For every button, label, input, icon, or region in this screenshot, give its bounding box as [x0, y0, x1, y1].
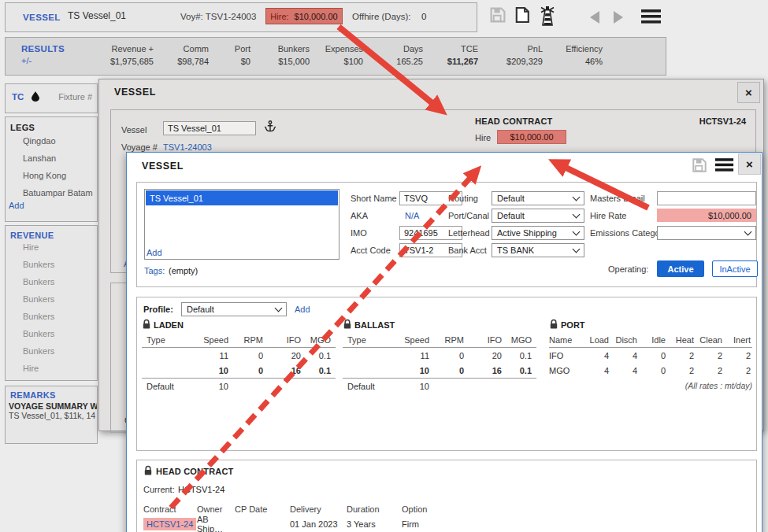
head-contract-title: HEAD CONTRACT: [475, 116, 553, 126]
legs-add-link[interactable]: Add: [9, 201, 24, 210]
aka-label: AKA: [351, 211, 368, 220]
tc-tab[interactable]: TC: [12, 92, 24, 102]
table-row[interactable]: 110200.1: [343, 348, 536, 363]
revenue-item[interactable]: Bunkers: [23, 294, 54, 304]
table-row[interactable]: 110200.1: [142, 348, 336, 363]
lock-icon: [143, 465, 153, 476]
chevron-down-icon: [744, 228, 752, 236]
operating-active-button[interactable]: Active: [657, 260, 704, 277]
revenue-item[interactable]: Bunkers: [23, 312, 54, 321]
table-row[interactable]: HCTSV1-24 AB Ship… 01 Jan 2023 3 Years F…: [143, 516, 584, 532]
remarks-line2: TS Vessel_01, $11k, 14 da: [9, 411, 98, 420]
toolbar-hire-value: $10,000.00: [295, 12, 338, 21]
bank-acct-select[interactable]: TS BANK: [492, 243, 584, 257]
dialog1-title: VESSEL: [114, 87, 156, 98]
port-canal-label: Port/Canal: [448, 211, 489, 220]
laden-title: LADEN: [154, 320, 184, 330]
save-icon[interactable]: [691, 157, 708, 174]
laden-table[interactable]: TypeSpeedRPMIFOMGO 110200.1 100160.1 Def…: [142, 332, 336, 393]
emissions-category-label: Emissions Category: [590, 228, 667, 238]
revenue-item[interactable]: Bunkers: [23, 346, 54, 356]
ballast-table[interactable]: TypeSpeedRPMIFOMGO 110200.1 100160.1 Def…: [343, 332, 536, 393]
table-row[interactable]: 100160.1: [142, 363, 336, 378]
table-row[interactable]: Default10: [343, 378, 536, 393]
head-contract-panel: HEAD CONTRACT Current: HCTSV1-24 Contrac…: [136, 460, 757, 532]
toolbar-offhire-label: Offhire (Days):: [352, 12, 411, 21]
lighthouse-icon[interactable]: [536, 2, 559, 28]
results-columns: Revenue +$1,975,685 Comm$98,784 Port$0 B…: [76, 44, 659, 66]
imo-label: IMO: [351, 228, 367, 238]
revenue-item[interactable]: Hire: [23, 364, 39, 373]
new-document-icon[interactable]: [513, 6, 532, 24]
current-contract-label: Current:: [143, 485, 175, 494]
table-row[interactable]: IFO440222: [549, 348, 752, 363]
close-icon[interactable]: ×: [738, 153, 761, 175]
results-col-expenses: Expenses$100: [310, 44, 363, 66]
results-col-port: Port$0: [209, 44, 250, 66]
table-header-row: NameLoadDischIdleHeatCleanInert: [549, 332, 752, 348]
menu-icon[interactable]: [714, 157, 734, 172]
toolbar-hire-highlight[interactable]: Hire: $10,000.00: [265, 8, 343, 24]
vessel-list-item-selected[interactable]: TS Vessel_01: [146, 190, 338, 205]
table-row[interactable]: Default10: [142, 378, 336, 393]
droplet-icon: [32, 91, 39, 102]
lock-icon: [343, 319, 352, 330]
contract-ref-highlight[interactable]: HCTSV1-24: [143, 518, 196, 530]
head-contract-section-title: HEAD CONTRACT: [156, 467, 234, 476]
remarks-panel: REMARKS VOYAGE SUMMARY WHE TS Vessel_01,…: [5, 386, 98, 444]
anchor-icon[interactable]: [264, 120, 276, 133]
fixture-label: Fixture #: [58, 92, 92, 102]
masters-email-input[interactable]: [657, 191, 756, 205]
leg-item[interactable]: Hong Kong: [23, 171, 66, 180]
hire-rate-highlight[interactable]: $10,000.00: [657, 209, 756, 222]
routing-select[interactable]: Default: [492, 191, 584, 205]
revenue-item[interactable]: Hire: [23, 242, 39, 252]
vessel-list-add-link[interactable]: Add: [147, 248, 162, 257]
menu-icon[interactable]: [640, 9, 662, 24]
table-row[interactable]: 100160.1: [343, 363, 536, 378]
emissions-category-select[interactable]: [657, 226, 756, 240]
revenue-item[interactable]: Bunkers: [23, 329, 54, 338]
leg-item[interactable]: Lanshan: [23, 153, 56, 163]
close-icon[interactable]: ×: [737, 82, 760, 103]
profile-add-link[interactable]: Add: [295, 305, 310, 314]
vessel-master-dialog: VESSEL × TS Vessel_01 Add Tags: (empty) …: [126, 152, 762, 532]
aka-value-link[interactable]: N/A: [405, 211, 419, 220]
vessel-listbox[interactable]: TS Vessel_01 Add: [144, 189, 339, 260]
revenue-item[interactable]: Bunkers: [23, 277, 54, 286]
letterhead-select[interactable]: Active Shipping: [492, 226, 584, 240]
vessel-field-input[interactable]: [163, 121, 256, 135]
nav-previous-icon[interactable]: [586, 9, 603, 25]
identity-panel: TS Vessel_01 Add Tags: (empty) Short Nam…: [136, 182, 757, 287]
vessel-field-label: Vessel: [121, 125, 147, 135]
table-row[interactable]: MGO440222: [549, 363, 752, 378]
leg-item[interactable]: Batuampar Batam: [23, 188, 93, 198]
results-col-bunkers: Bunkers$15,000: [250, 44, 310, 66]
profile-select[interactable]: Default: [181, 302, 287, 316]
results-bar: RESULTS +/- Revenue +$1,975,685 Comm$98,…: [5, 37, 666, 76]
short-name-label: Short Name: [351, 194, 397, 203]
acct-code-label: Acct Code: [351, 246, 391, 255]
legs-panel: LEGS Qingdao Lanshan Hong Kong Batuampar…: [5, 116, 98, 222]
leg-item[interactable]: Qingdao: [23, 136, 56, 146]
current-contract-value: HCTSV1-24: [178, 485, 224, 494]
revenue-title: REVENUE: [10, 231, 54, 240]
save-icon[interactable]: [488, 6, 507, 24]
voyage-number-link[interactable]: TSV1-24003: [163, 142, 212, 152]
revenue-item[interactable]: Bunkers: [23, 260, 54, 269]
port-canal-select[interactable]: Default: [492, 209, 584, 223]
toolbar-offhire-value: 0: [421, 12, 426, 21]
voyage-field-label: Voyage #: [121, 142, 158, 152]
results-plusminus[interactable]: +/-: [21, 56, 32, 65]
nav-next-icon[interactable]: [610, 9, 627, 25]
tags-label[interactable]: Tags:: [144, 266, 165, 275]
head-contract-hire-highlight[interactable]: $10,000.00: [497, 130, 566, 144]
results-col-days: Days165.25: [363, 44, 423, 66]
operating-inactive-button[interactable]: InActive: [712, 260, 758, 277]
port-table[interactable]: NameLoadDischIdleHeatCleanInert IFO44022…: [549, 332, 752, 390]
dialog2-title: VESSEL: [142, 161, 184, 172]
chevron-down-icon: [275, 305, 283, 312]
operating-label: Operating:: [608, 264, 648, 274]
chevron-down-icon: [573, 246, 581, 253]
head-contract-table[interactable]: ContractOwnerCP DateDeliveryDurationOpti…: [143, 501, 584, 532]
